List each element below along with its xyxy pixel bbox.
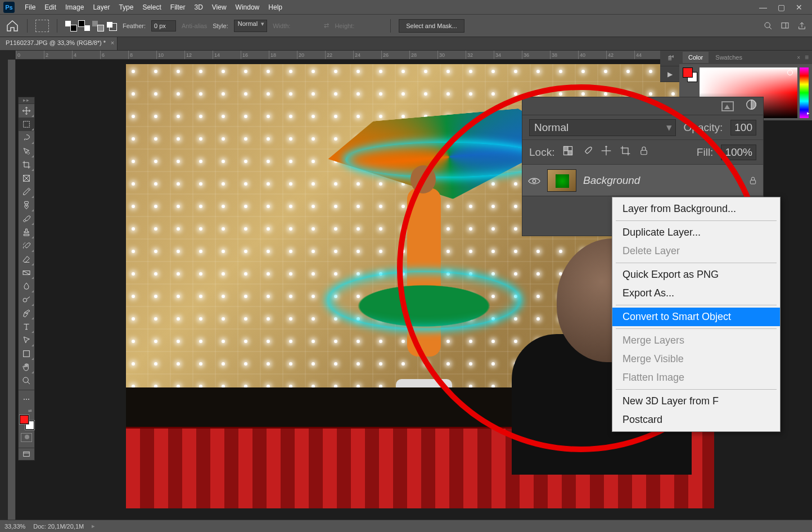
layer-thumbnail[interactable] [547,169,576,192]
shape-tool[interactable] [19,347,34,360]
lock-position-icon[interactable] [601,145,612,159]
svg-point-7 [23,298,27,302]
opacity-input[interactable]: 100 [730,120,756,136]
share-icon[interactable] [797,21,806,30]
search-icon[interactable] [764,21,773,30]
fill-input[interactable]: 100% [721,145,756,160]
pen-tool[interactable] [19,306,34,320]
visibility-toggle-icon[interactable] [528,176,540,185]
menu-file[interactable]: File [20,1,40,13]
brush-tool[interactable] [19,212,34,226]
healing-tool[interactable] [19,199,34,212]
close-window-button[interactable]: ✕ [795,3,803,11]
ctx-item-6[interactable]: Export As... [612,284,780,303]
intersect-selection-icon[interactable] [106,21,117,31]
quick-mask-toggle[interactable] [21,433,32,442]
lock-artboard-icon[interactable] [620,145,631,159]
crop-tool[interactable] [19,158,34,172]
type-tool[interactable] [19,320,34,333]
subtract-selection-icon[interactable] [92,21,103,31]
svg-point-3 [27,152,29,154]
ctx-item-5[interactable]: Quick Export as PNG [612,265,780,284]
color-tab[interactable]: Color [683,52,709,63]
add-selection-icon[interactable] [79,21,90,31]
style-select[interactable]: Normal [234,20,267,32]
panel-menu-icon[interactable]: ≡ [805,53,809,61]
feather-label: Feather: [123,22,146,29]
frame-tool[interactable] [19,172,34,185]
lock-pixels-icon[interactable] [581,145,593,159]
ctx-item-10: Merge Layers [612,331,780,350]
select-and-mask-button[interactable]: Select and Mask... [399,19,464,33]
doc-info[interactable]: Doc: 20,1M/20,1M [33,523,84,530]
edit-toolbar-icon[interactable]: ⋯ [19,393,34,406]
hand-tool[interactable] [19,360,34,374]
svg-rect-8 [24,351,30,357]
menu-help[interactable]: Help [264,1,287,13]
menu-3d[interactable]: 3D [190,1,207,13]
doc-info-menu-icon[interactable]: ▸ [92,522,95,530]
menu-bar: Ps File Edit Image Layer Type Select Fil… [0,0,812,15]
height-label: Height: [335,22,354,29]
eyedropper-tool[interactable] [19,185,34,199]
selection-mode-icons[interactable] [65,21,117,31]
ctx-item-11: Merge Visible [612,350,780,368]
marquee-tool[interactable] [19,118,34,131]
lock-transparency-icon[interactable] [562,145,574,159]
workspace-icon[interactable] [781,21,790,30]
menu-view[interactable]: View [207,1,231,13]
lock-all-icon[interactable] [639,145,649,159]
ctx-item-8[interactable]: Convert to Smart Object [612,308,780,326]
color-picker[interactable] [20,415,34,430]
minimize-button[interactable]: — [759,3,767,11]
foreground-color-swatch[interactable] [20,415,29,424]
zoom-tool[interactable] [19,374,34,387]
tool-preset-icon[interactable] [35,20,49,32]
menu-select[interactable]: Select [138,1,165,13]
toolbox-handle[interactable]: ▸▸ [19,97,34,104]
blur-tool[interactable] [19,279,34,293]
color-panel-swatch[interactable] [683,67,697,82]
menu-layer[interactable]: Layer [88,1,114,13]
menu-image[interactable]: Image [61,1,88,13]
eraser-tool[interactable] [19,253,34,266]
feather-input[interactable] [151,20,176,31]
blend-mode-select[interactable]: Normal [529,119,676,136]
ctx-item-2[interactable]: Duplicate Layer... [612,223,780,242]
new-selection-icon[interactable] [65,21,76,31]
move-tool[interactable] [19,104,34,118]
stamp-tool[interactable] [19,226,34,239]
home-button[interactable] [6,20,19,32]
close-panel-icon[interactable]: × [797,55,800,61]
ctx-item-0[interactable]: Layer from Background... [612,200,780,218]
menu-type[interactable]: Type [114,1,138,13]
gradient-tool[interactable] [19,266,34,279]
ctx-item-15[interactable]: Postcard [612,411,780,429]
hue-slider[interactable] [800,67,809,118]
layer-name[interactable]: Background [583,174,742,187]
layer-row-background[interactable]: Background [522,165,763,196]
filter-image-icon[interactable] [721,101,734,111]
ctx-item-14[interactable]: New 3D Layer from F [612,392,780,411]
screen-mode-icon[interactable] [19,448,34,460]
dock-play-icon[interactable]: ▶ [660,66,679,82]
dodge-tool[interactable] [19,293,34,306]
document-tab[interactable]: P1160237.JPG @ 33,3% (RGB/8*) * × [0,37,118,50]
filter-adjustment-icon[interactable] [745,98,757,114]
antialias-label: Anti-alias [182,22,207,29]
swatches-tab[interactable]: Swatches [710,52,748,63]
menu-filter[interactable]: Filter [166,1,190,13]
path-select-tool[interactable] [19,333,34,347]
maximize-button[interactable]: ▢ [777,3,785,11]
close-tab-icon[interactable]: × [111,39,114,46]
collapse-panel-icon[interactable]: ◂◂ [668,53,674,59]
menu-window[interactable]: Window [231,1,264,13]
lasso-tool[interactable] [19,131,34,145]
quick-select-tool[interactable] [19,145,34,158]
swap-colors-icon[interactable]: ⇄ [20,408,33,414]
history-brush-tool[interactable] [19,239,34,253]
menu-edit[interactable]: Edit [40,1,61,13]
zoom-level[interactable]: 33,33% [4,523,25,530]
layer-lock-icon[interactable] [748,175,757,186]
opacity-label: Opacity: [684,121,723,134]
